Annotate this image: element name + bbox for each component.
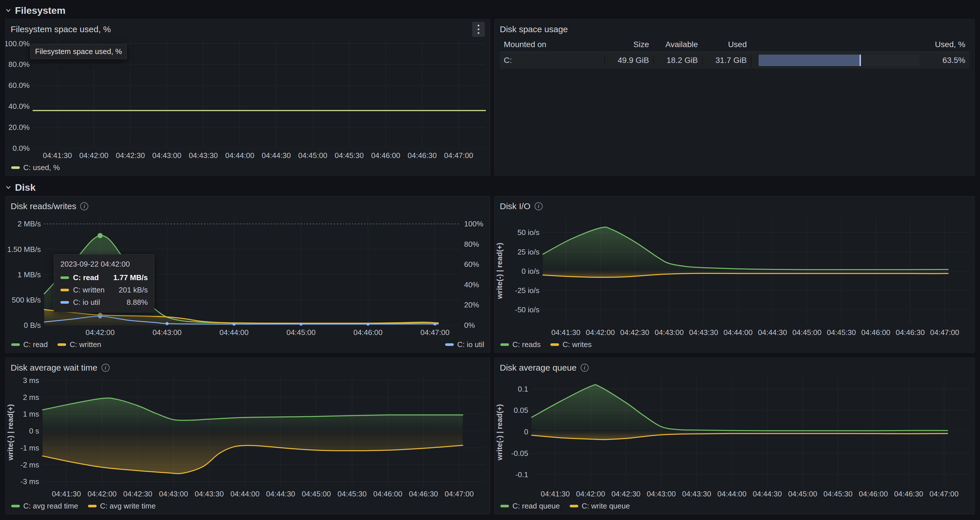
- legend-item[interactable]: C: avg write time: [88, 502, 156, 510]
- disk-queue-chart[interactable]: 04:41:3004:42:0004:42:3004:43:0004:43:30…: [495, 374, 975, 500]
- x-tick-label: 04:44:00: [225, 151, 254, 160]
- y-tick-label: 2 MB/s: [18, 219, 41, 228]
- cell-size: 49.9 GiB: [604, 56, 653, 65]
- dashboard: Filesystem Filesystem space used, % 04:4…: [0, 0, 980, 519]
- panel-menu-button[interactable]: [472, 22, 485, 37]
- disk-io-legend: C: readsC: writes: [495, 338, 975, 352]
- tooltip-series-value: 8.88%: [127, 298, 148, 307]
- info-icon[interactable]: i: [535, 202, 542, 210]
- fs-used-legend: C: used, %: [5, 162, 490, 176]
- x-tick-label: 04:45:30: [337, 490, 367, 498]
- section-header-disk[interactable]: Disk: [5, 181, 975, 194]
- used-pct-bar-gauge: [751, 55, 923, 66]
- y-tick-label: 0.05: [514, 406, 528, 415]
- table-body: C:49.9 GiB18.2 GiB31.7 GiB63.5%: [500, 52, 969, 69]
- legend-label: C: write queue: [582, 502, 630, 510]
- chevron-down-icon: [5, 7, 11, 14]
- col-header-size[interactable]: Size: [604, 40, 653, 49]
- y-tick-label: 0: [524, 428, 528, 436]
- x-tick-label: 04:42:00: [80, 151, 108, 160]
- disk-space-table: Mounted on Size Available Used Used, % C…: [495, 35, 975, 176]
- disk-wait-chart[interactable]: 04:41:3004:42:0004:42:3004:43:0004:43:30…: [5, 374, 490, 500]
- panel-title: Disk space usage: [500, 24, 568, 34]
- col-header-mounted-on[interactable]: Mounted on: [500, 40, 604, 49]
- legend-item[interactable]: C: io util: [445, 340, 484, 349]
- legend-item[interactable]: C: writes: [550, 340, 592, 349]
- x-tick-label: 04:41:30: [43, 151, 72, 160]
- cell-used: 31.7 GiB: [702, 56, 751, 65]
- panel-title: Disk average queue: [500, 363, 577, 373]
- tooltip-row: C: written201 kB/s: [60, 285, 148, 295]
- x-tick-label: 04:43:00: [153, 328, 181, 337]
- right-y-tick-label: 80%: [464, 240, 479, 249]
- table-header-row: Mounted on Size Available Used Used, %: [500, 37, 969, 52]
- panel-title: Disk I/O: [500, 201, 531, 211]
- col-header-available[interactable]: Available: [653, 40, 702, 49]
- legend-label: C: avg read time: [23, 502, 78, 510]
- x-tick-label: 04:45:30: [335, 151, 364, 160]
- series-area-C: write queue: [532, 432, 948, 439]
- tooltip-series-value: 1.77 MB/s: [113, 273, 148, 282]
- x-tick-label: 04:45:00: [298, 151, 327, 160]
- data-point-marker: [165, 322, 169, 325]
- legend-swatch-icon: [500, 343, 509, 346]
- x-tick-label: 04:47:00: [420, 328, 449, 337]
- legend-item[interactable]: C: used, %: [11, 163, 60, 172]
- legend-item[interactable]: C: written: [57, 340, 101, 349]
- panel-title: Disk average wait time: [11, 363, 97, 373]
- legend-item[interactable]: C: read: [11, 340, 48, 349]
- x-tick-label: 04:45:00: [286, 328, 315, 337]
- tooltip-series-value: 201 kB/s: [119, 285, 148, 295]
- legend-label: C: writes: [562, 340, 592, 349]
- tooltip-swatch-icon: [60, 289, 69, 291]
- tooltip-swatch-icon: [60, 276, 69, 279]
- section-header-filesystem[interactable]: Filesystem: [5, 3, 975, 17]
- y-tick-label: 0 s: [29, 426, 39, 435]
- y-tick-label: 500 kB/s: [12, 296, 41, 304]
- x-tick-label: 04:44:30: [758, 328, 787, 337]
- legend-swatch-icon: [11, 166, 20, 169]
- info-icon[interactable]: i: [80, 202, 88, 210]
- y-tick-label: 60.0%: [8, 81, 30, 90]
- disk-rw-chart[interactable]: 04:42:0004:43:0004:44:0004:45:0004:46:00…: [5, 212, 490, 338]
- x-tick-label: 04:45:30: [824, 490, 853, 498]
- legend-item[interactable]: C: reads: [500, 340, 541, 349]
- tooltip-series-name: C: io util: [73, 298, 100, 307]
- y-tick-label: 0.1: [518, 385, 528, 393]
- legend-swatch-icon: [88, 505, 97, 507]
- data-point-marker: [433, 322, 436, 325]
- col-header-used[interactable]: Used: [702, 40, 751, 49]
- tooltip-series-name: C: written: [73, 285, 105, 295]
- x-tick-label: 04:42:00: [586, 328, 615, 337]
- info-icon[interactable]: i: [102, 364, 110, 372]
- x-tick-label: 04:44:30: [753, 490, 782, 498]
- right-y-tick-label: 60%: [464, 260, 479, 269]
- legend-swatch-icon: [550, 343, 559, 346]
- x-tick-label: 04:41:30: [541, 490, 570, 498]
- legend-item[interactable]: C: read queue: [500, 502, 560, 510]
- legend-label: C: avg write time: [100, 502, 156, 510]
- series-area-C: writes: [543, 271, 948, 277]
- cell-used-pct: 63.5%: [923, 56, 969, 65]
- legend-item[interactable]: C: write queue: [570, 502, 630, 510]
- x-tick-label: 04:46:00: [861, 328, 890, 337]
- disk-io-chart[interactable]: 04:41:3004:42:0004:42:3004:43:0004:43:30…: [495, 212, 975, 338]
- legend-label: C: reads: [512, 340, 541, 349]
- y-tick-label: 3 ms: [23, 376, 39, 385]
- disk-wait-chart-svg: 04:41:3004:42:0004:42:3004:43:0004:43:30…: [5, 374, 490, 500]
- y-tick-label: 0 B/s: [24, 321, 41, 330]
- legend-swatch-icon: [11, 343, 20, 346]
- y-tick-label: -3 ms: [21, 477, 39, 486]
- y-tick-label: -1 ms: [21, 444, 39, 452]
- col-header-used-pct[interactable]: Used, %: [923, 40, 969, 49]
- panel-disk-average-queue: Disk average queue i 04:41:3004:42:0004:…: [494, 357, 975, 514]
- panel-disk-reads-writes: Disk reads/writes i 04:42:0004:43:0004:4…: [5, 196, 490, 353]
- disk-wait-legend: C: avg read timeC: avg write time: [5, 500, 490, 514]
- y-tick-label: 100.0%: [5, 40, 30, 48]
- legend-item[interactable]: C: avg read time: [11, 502, 78, 510]
- fs-used-chart[interactable]: 04:41:3004:42:0004:42:3004:43:0004:43:30…: [5, 35, 490, 162]
- y-tick-label: 1.50 MB/s: [7, 245, 41, 254]
- legend-swatch-icon: [570, 505, 578, 507]
- x-tick-label: 04:43:00: [647, 490, 676, 498]
- info-icon[interactable]: i: [581, 364, 589, 372]
